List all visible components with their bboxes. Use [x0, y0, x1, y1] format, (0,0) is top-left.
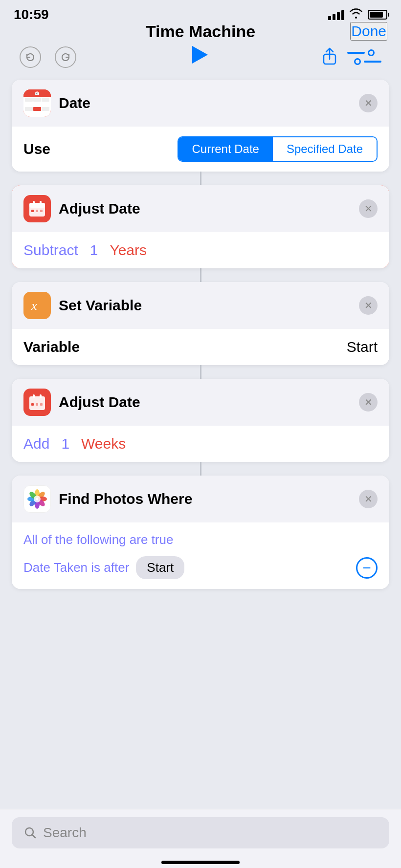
search-bar-container: Search — [0, 809, 401, 868]
find-photos-body: All of the following are true Date Taken… — [12, 522, 389, 589]
svg-point-27 — [34, 496, 41, 502]
use-label: Use — [23, 141, 50, 157]
variable-label: Variable — [23, 339, 80, 355]
date-card-header: 📅 Date ✕ — [12, 80, 389, 127]
play-button[interactable] — [190, 45, 208, 69]
adjust-date-1-icon — [23, 195, 51, 222]
date-card-close[interactable]: ✕ — [359, 94, 378, 112]
wifi-icon — [349, 8, 363, 22]
svg-rect-8 — [36, 210, 38, 212]
svg-text:x: x — [31, 299, 37, 313]
adjust-date-1-header: Adjust Date ✕ — [12, 185, 389, 232]
toolbar-left — [20, 46, 76, 68]
adjust-date-2-body: Add 1 Weeks — [12, 426, 389, 462]
svg-rect-6 — [40, 201, 42, 205]
all-following-text: All of the following are true — [23, 532, 378, 547]
variable-row: Variable Start — [12, 329, 389, 365]
set-variable-close[interactable]: ✕ — [359, 296, 378, 315]
set-variable-title: Set Variable — [59, 297, 142, 314]
connector-1 — [200, 172, 201, 185]
battery-icon — [368, 10, 387, 20]
find-photos-close[interactable]: ✕ — [359, 490, 378, 508]
svg-rect-16 — [36, 403, 38, 406]
main-content: 📅 Date ✕ Use Current Date — [0, 75, 401, 672]
adjust-op-2[interactable]: Add — [23, 435, 49, 452]
adjust-date-1-title: Adjust Date — [59, 200, 140, 217]
segmented-row: Use Current Date Specified Date — [23, 136, 378, 162]
home-indicator — [161, 861, 240, 864]
adjust-unit-1[interactable]: Years — [110, 242, 147, 259]
remove-condition-button[interactable]: − — [356, 557, 378, 579]
svg-rect-7 — [31, 210, 34, 212]
date-card-title: Date — [59, 95, 90, 111]
adjust-date-2-icon — [23, 389, 51, 416]
date-card-body: Use Current Date Specified Date — [12, 127, 389, 172]
search-bar: Search — [12, 817, 389, 848]
header: Time Machine Done — [0, 26, 401, 39]
adjust-date-1-card: Adjust Date ✕ Subtract 1 Years — [12, 185, 389, 268]
find-photos-title: Find Photos Where — [59, 491, 192, 507]
date-card-icon: 📅 — [23, 89, 51, 117]
redo-button[interactable] — [55, 46, 76, 68]
svg-rect-4 — [29, 203, 45, 207]
adjust-date-1-close[interactable]: ✕ — [359, 199, 378, 218]
variable-value[interactable]: Start — [347, 339, 378, 355]
svg-rect-14 — [40, 394, 42, 398]
page-title: Time Machine — [146, 22, 255, 41]
adjust-date-2-close[interactable]: ✕ — [359, 393, 378, 412]
toolbar-right — [322, 47, 381, 67]
adjust-date-1-body: Subtract 1 Years — [12, 232, 389, 268]
undo-button[interactable] — [20, 46, 41, 68]
adjust-num-1[interactable]: 1 — [90, 242, 98, 259]
set-variable-header: x Set Variable ✕ — [12, 282, 389, 329]
condition-tag[interactable]: Start — [136, 556, 184, 579]
svg-rect-13 — [33, 394, 35, 398]
adjust-date-2-header: Adjust Date ✕ — [12, 379, 389, 426]
set-variable-icon: x — [23, 292, 51, 319]
adjust-op-1[interactable]: Subtract — [23, 242, 78, 259]
bottom-spacer — [12, 589, 389, 667]
condition-text: Date Taken is after — [23, 560, 129, 575]
adjust-unit-2[interactable]: Weeks — [81, 435, 126, 452]
svg-rect-12 — [29, 396, 45, 400]
connector-2 — [200, 268, 201, 282]
connector-4 — [200, 462, 201, 476]
find-photos-header: Find Photos Where ✕ — [12, 476, 389, 522]
current-date-option[interactable]: Current Date — [178, 137, 273, 161]
svg-rect-9 — [40, 210, 43, 212]
find-photos-icon — [23, 485, 51, 513]
svg-rect-17 — [40, 403, 43, 406]
signal-icon — [328, 9, 344, 20]
adjust-date-2-title: Adjust Date — [59, 394, 140, 411]
date-card: 📅 Date ✕ Use Current Date — [12, 80, 389, 172]
settings-button[interactable] — [347, 49, 381, 65]
svg-marker-0 — [192, 46, 208, 64]
done-button[interactable]: Done — [350, 22, 387, 41]
status-time: 10:59 — [14, 7, 49, 22]
adjust-date-2-card: Adjust Date ✕ Add 1 Weeks — [12, 379, 389, 462]
toolbar — [0, 39, 401, 75]
specified-date-option[interactable]: Specified Date — [273, 137, 377, 161]
search-placeholder[interactable]: Search — [43, 825, 87, 841]
date-segmented-control: Current Date Specified Date — [178, 136, 378, 162]
condition-row: Date Taken is after Start − — [23, 556, 378, 579]
set-variable-card: x Set Variable ✕ Variable Start — [12, 282, 389, 365]
connector-3 — [200, 365, 201, 379]
adjust-num-2[interactable]: 1 — [61, 435, 69, 452]
find-photos-card: Find Photos Where ✕ All of the following… — [12, 476, 389, 589]
share-button[interactable] — [322, 47, 337, 67]
status-icons — [328, 8, 387, 22]
svg-rect-15 — [31, 403, 34, 406]
svg-rect-5 — [33, 201, 35, 205]
search-icon — [23, 826, 37, 840]
